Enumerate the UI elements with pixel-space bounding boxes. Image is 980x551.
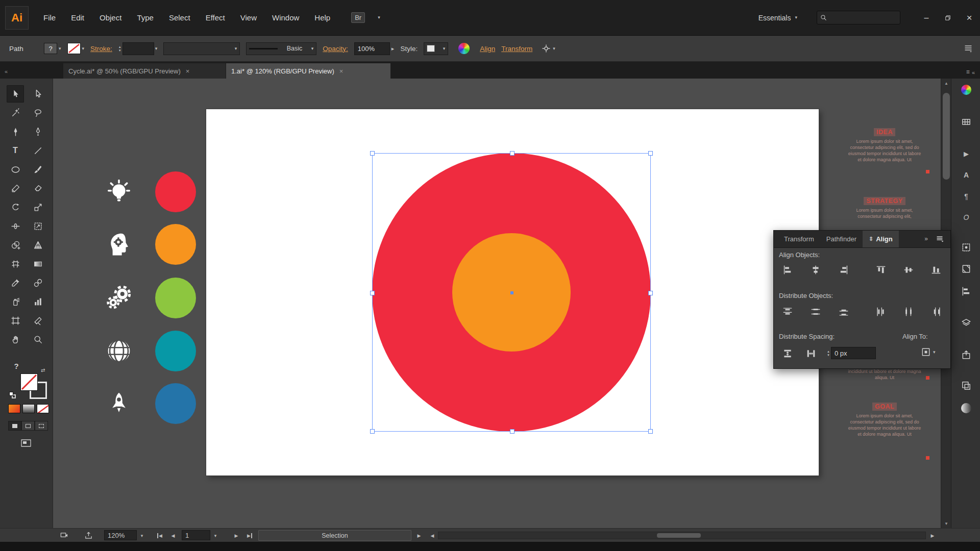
- chevron-down-icon[interactable]: ▾: [59, 46, 61, 51]
- transform-link[interactable]: Transform: [501, 45, 532, 53]
- fill-stroke-control[interactable]: ⇄: [20, 373, 50, 402]
- control-panel-menu-button[interactable]: [964, 43, 973, 54]
- menu-object[interactable]: Object: [92, 0, 129, 36]
- direct-selection-tool[interactable]: [29, 85, 46, 103]
- gradient-panel-icon[interactable]: [960, 402, 972, 414]
- close-icon[interactable]: ×: [339, 67, 344, 75]
- asset-export-icon[interactable]: [960, 349, 972, 361]
- scroll-up-icon[interactable]: ▲: [941, 79, 951, 88]
- opacity-field[interactable]: 100%: [354, 42, 390, 55]
- collapse-panel-icon[interactable]: »: [924, 235, 928, 242]
- align-horizontal-right-button[interactable]: [835, 262, 852, 278]
- selection-tool[interactable]: [7, 85, 24, 103]
- gradient-button[interactable]: [22, 404, 35, 413]
- distribute-horizontal-right-button[interactable]: [927, 304, 945, 319]
- align-horizontal-center-button[interactable]: [807, 262, 824, 278]
- align-panel-icon[interactable]: [960, 285, 972, 297]
- spacing-value-field[interactable]: 0 px: [831, 347, 876, 359]
- restore-button[interactable]: [937, 0, 959, 36]
- selection-handle[interactable]: [648, 151, 653, 156]
- column-graph-tool[interactable]: [29, 293, 46, 310]
- anchor-point[interactable]: [926, 170, 929, 173]
- blend-tool[interactable]: [29, 274, 46, 291]
- horizontal-scroll-thumb[interactable]: [657, 533, 701, 538]
- help-tool[interactable]: ?: [11, 362, 21, 370]
- stroke-link[interactable]: Stroke:: [90, 45, 112, 53]
- align-horizontal-left-button[interactable]: [779, 262, 796, 278]
- legend-circle-blue[interactable]: [155, 383, 196, 424]
- rocket-icon[interactable]: [105, 390, 133, 417]
- status-popup-arrow-icon[interactable]: ▶: [414, 530, 424, 541]
- style-select[interactable]: ▾: [424, 42, 448, 55]
- horizontal-distribute-space-button[interactable]: [802, 346, 820, 361]
- screen-mode-button[interactable]: [20, 439, 32, 449]
- scroll-left-icon[interactable]: ◀: [428, 530, 437, 541]
- hand-tool[interactable]: [7, 331, 24, 348]
- rotate-tool[interactable]: [7, 198, 24, 216]
- anchor-point[interactable]: [926, 456, 929, 460]
- stroke-weight-stepper[interactable]: ▲ ▼: [118, 45, 121, 52]
- menu-edit[interactable]: Edit: [63, 0, 92, 36]
- stroke-indicator[interactable]: [67, 43, 81, 54]
- zoom-field[interactable]: 120%: [104, 530, 137, 540]
- magic-wand-tool[interactable]: [7, 104, 24, 121]
- workspace-switcher[interactable]: Essentials ▾: [758, 14, 797, 22]
- menu-effect[interactable]: Effect: [198, 0, 233, 36]
- gears-icon[interactable]: [105, 284, 133, 312]
- graphic-styles-icon[interactable]: [960, 263, 972, 275]
- none-button[interactable]: [37, 404, 49, 413]
- fill-indicator[interactable]: ?: [44, 43, 57, 54]
- bridge-button[interactable]: Br: [351, 12, 365, 23]
- side-text-strategy[interactable]: STRATEGY Lorem ipsum dolor sit amet, con…: [847, 196, 922, 219]
- chevron-down-icon[interactable]: ▾: [155, 46, 158, 51]
- selection-handle[interactable]: [648, 429, 653, 434]
- distribute-vertical-bottom-button[interactable]: [835, 304, 852, 319]
- first-artboard-button[interactable]: ◀: [154, 530, 165, 541]
- tab-pathfinder[interactable]: Pathfinder: [820, 231, 863, 247]
- draw-normal-button[interactable]: [8, 421, 21, 431]
- opacity-link[interactable]: Opacity:: [323, 45, 348, 53]
- eyedropper-tool[interactable]: [7, 274, 24, 291]
- previous-artboard-button[interactable]: ◀: [167, 530, 179, 541]
- selection-handle[interactable]: [510, 151, 514, 156]
- selection-center-point[interactable]: [510, 291, 513, 294]
- menu-view[interactable]: View: [233, 0, 264, 36]
- spinner-up-icon[interactable]: ▲: [118, 45, 121, 48]
- align-vertical-bottom-button[interactable]: [927, 262, 945, 278]
- distribute-vertical-center-button[interactable]: [807, 304, 824, 319]
- color-button[interactable]: [8, 404, 20, 413]
- legend-circle-teal[interactable]: [155, 331, 196, 371]
- globe-icon[interactable]: [105, 337, 133, 365]
- draw-mode-control[interactable]: [8, 421, 48, 431]
- ellipse-tool[interactable]: [7, 161, 24, 178]
- layers-icon[interactable]: [960, 317, 972, 329]
- free-transform-tool[interactable]: [29, 217, 46, 235]
- minimize-button[interactable]: –: [916, 0, 937, 36]
- align-to-select[interactable]: ▾: [921, 347, 936, 357]
- search-input[interactable]: [830, 14, 892, 21]
- artboard-tool[interactable]: [7, 312, 24, 329]
- perspective-grid-tool[interactable]: [29, 236, 46, 254]
- align-vertical-center-button[interactable]: [900, 262, 917, 278]
- type-tool[interactable]: T: [7, 142, 24, 159]
- glyphs-icon[interactable]: O: [960, 211, 972, 223]
- artboard-number-field[interactable]: 1: [182, 530, 210, 540]
- dock-menu-icon[interactable]: ≡: [966, 68, 970, 76]
- zoom-tool[interactable]: [29, 331, 46, 348]
- chevron-down-icon[interactable]: ▾: [553, 46, 555, 51]
- artboard-select-chevron-icon[interactable]: ▾: [211, 530, 219, 541]
- export-icon[interactable]: [82, 530, 95, 541]
- side-text-goal[interactable]: GOAL Lorem ipsum dolor sit amet, consect…: [847, 402, 922, 437]
- vertical-scroll-thumb[interactable]: [943, 93, 950, 180]
- tab-document-1[interactable]: Cycle.ai* @ 50% (RGB/GPU Preview) ×: [63, 63, 226, 79]
- close-icon[interactable]: ×: [186, 67, 190, 75]
- spacing-stepper[interactable]: ▲ ▼: [827, 350, 830, 357]
- arrange-documents-button[interactable]: ▾: [376, 15, 380, 20]
- collapse-dock-icon[interactable]: «: [972, 69, 975, 76]
- artboards-icon[interactable]: [960, 380, 972, 392]
- opacity-slider-arrow-icon[interactable]: ▸: [391, 46, 395, 52]
- tab-align[interactable]: ⇕ Align: [863, 231, 899, 247]
- selection-handle[interactable]: [510, 429, 514, 434]
- search-box[interactable]: [817, 11, 900, 24]
- anchor-point[interactable]: [926, 376, 929, 380]
